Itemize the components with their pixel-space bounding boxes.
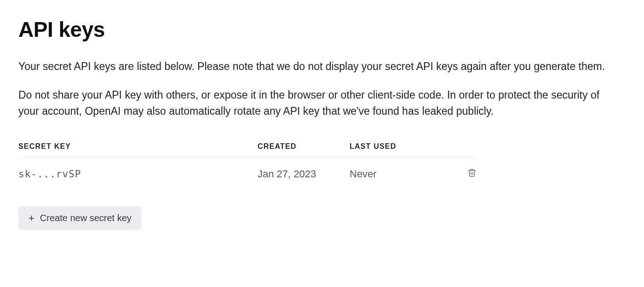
- delete-key-button[interactable]: [466, 166, 478, 181]
- create-button-label: Create new secret key: [40, 213, 132, 223]
- header-secret-key: SECRET KEY: [18, 136, 258, 158]
- header-actions: [451, 136, 478, 158]
- key-value: sk-...rvSP: [18, 169, 81, 180]
- header-last-used: LAST USED: [350, 136, 451, 158]
- create-new-key-button[interactable]: + Create new secret key: [18, 206, 142, 230]
- key-last-used: Never: [350, 158, 451, 190]
- page-title: API keys: [18, 14, 626, 46]
- table-row: sk-...rvSP Jan 27, 2023 Never: [18, 158, 478, 190]
- trash-icon: [467, 168, 477, 179]
- api-keys-table: SECRET KEY CREATED LAST USED sk-...rvSP …: [18, 136, 478, 190]
- key-created: Jan 27, 2023: [258, 158, 350, 190]
- plus-icon: +: [29, 213, 34, 223]
- header-created: CREATED: [258, 136, 350, 158]
- description-2: Do not share your API key with others, o…: [18, 87, 616, 120]
- description-1: Your secret API keys are listed below. P…: [18, 59, 616, 75]
